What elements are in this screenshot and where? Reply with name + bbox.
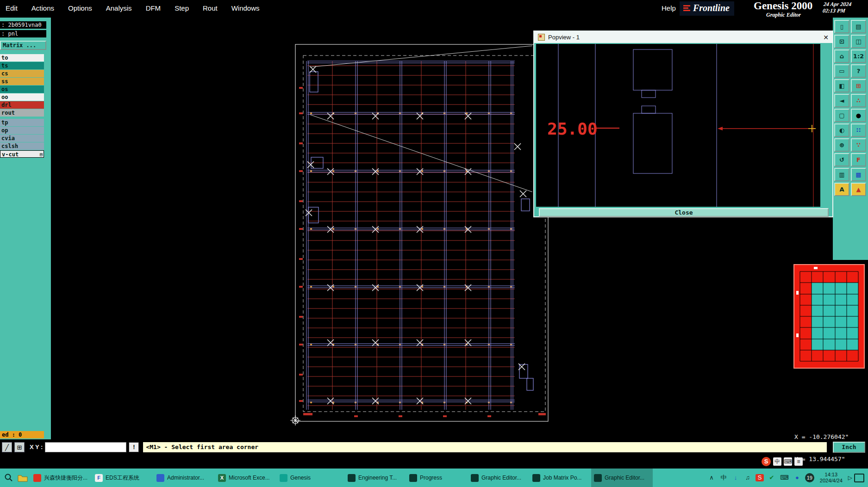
layer-row[interactable]: os [0, 86, 44, 93]
taskbar-item[interactable]: Progress [406, 469, 468, 487]
layer-row[interactable]: drl [0, 101, 44, 109]
action-center-icon[interactable] [854, 474, 864, 482]
menu-item[interactable]: Edit [6, 4, 18, 12]
taskbar-item[interactable]: 兴森快捷衡阳分... [31, 469, 92, 487]
toolbar-icon[interactable]: 1:2 [851, 49, 866, 63]
tray-icon[interactable]: ♫ [743, 474, 752, 481]
layer-row[interactable]: cslsh [0, 142, 44, 150]
toolbar-icon[interactable]: ▤ [851, 20, 866, 33]
menu-item[interactable]: Options [68, 4, 92, 12]
toolbar-icon[interactable]: ⊡ [834, 35, 849, 48]
taskbar-item[interactable]: Engineering T... [345, 469, 406, 487]
xy-input[interactable] [45, 442, 126, 452]
taskbar-item[interactable]: F EDS工程系统 [92, 469, 154, 487]
tray-icon[interactable]: ↓ [731, 474, 740, 481]
layer-row[interactable]: cs [0, 70, 44, 77]
taskbar-item-icon [33, 474, 41, 482]
close-icon[interactable]: ✕ [823, 34, 829, 41]
toolbar-icon[interactable]: ⌂ [834, 49, 849, 63]
tray-icon[interactable]: 中 [719, 474, 728, 481]
taskbar-item[interactable]: X Microsoft Exce... [215, 469, 277, 487]
menu-item[interactable]: Analysis [106, 4, 132, 12]
grid-mode-icon[interactable]: ⊞ [14, 442, 25, 452]
folder-icon[interactable] [17, 472, 29, 484]
toolbar-icon[interactable]: ∴ [851, 94, 866, 107]
frontline-brand-name: Frontline [693, 3, 730, 13]
tray-icon[interactable]: ● [793, 474, 801, 481]
taskbar-item-icon: X [218, 474, 226, 482]
layer-row[interactable]: to [0, 54, 44, 62]
right-toolbar: ▯ ▤ ⊡ ◫ ⌂ 1:2 ▭ ? ◧ ⊞ ◄ ∴ ▢ ● ◐ ∷ ⊕ ∵ ↺ … [833, 18, 868, 260]
clock[interactable]: 14:13 2024/4/24 [820, 472, 843, 484]
popview-close-button[interactable]: Close [539, 208, 829, 217]
taskbar-item-list: 兴森快捷衡阳分... F EDS工程系统 Administrator... X … [31, 469, 653, 487]
layer-row[interactable]: oo [0, 93, 44, 101]
popview-drawing: 25.00 [536, 44, 820, 207]
layer-row[interactable]: v-cut [0, 150, 44, 158]
toolbar-icon[interactable]: ▢ [834, 109, 849, 122]
toolbar-icon[interactable]: F [851, 153, 866, 166]
popview-titlebar[interactable]: Popview - 1 ✕ [534, 31, 832, 43]
units-button[interactable]: Inch [833, 442, 865, 453]
show-desktop-icon[interactable]: ▷ [848, 475, 852, 481]
layer-row[interactable]: cvia [0, 135, 44, 142]
toolbar-icon[interactable]: ◄ [834, 94, 849, 107]
menu-item[interactable]: DFM [146, 4, 161, 12]
notification-badge[interactable]: 19 [805, 473, 814, 482]
menu-item[interactable]: Windows [231, 4, 260, 12]
layer-row[interactable]: op [0, 127, 44, 134]
menu-item[interactable]: Actions [31, 4, 54, 12]
taskbar-item-label: Progress [420, 475, 442, 481]
alert-button[interactable]: ! [129, 442, 139, 452]
sogou-logo-icon[interactable]: S [762, 457, 771, 466]
toolbar-icon[interactable]: A [834, 183, 849, 196]
clock-time: 14:13 [820, 472, 843, 478]
app-title: Genesis 2000 [754, 0, 812, 12]
toolbar-icon[interactable]: ? [851, 64, 866, 78]
layer-row[interactable]: rout [0, 109, 44, 117]
taskbar-item-label: 兴森快捷衡阳分... [44, 474, 87, 482]
overview-thumbnail[interactable] [793, 264, 865, 369]
toolbar-icon[interactable]: ↺ [834, 153, 849, 166]
layer-row[interactable]: ss [0, 78, 44, 85]
menu-item[interactable]: Step [175, 4, 189, 12]
taskbar-item[interactable]: Graphic Editor... [591, 469, 653, 487]
toolbar-icon[interactable]: ⊕ [834, 138, 849, 152]
tray-icon[interactable]: S [756, 474, 764, 481]
taskbar-item-icon [532, 474, 540, 482]
toolbar-icon[interactable]: ◫ [851, 35, 866, 48]
taskbar-item[interactable]: Administrator... [154, 469, 215, 487]
ime-icon[interactable]: ⌨ [784, 457, 792, 466]
toolbar-icon[interactable]: ▭ [834, 64, 849, 78]
menu-time: 02:13 PM [822, 7, 851, 14]
toolbar-icon[interactable]: ▩ [851, 168, 866, 181]
taskbar-item[interactable]: Graphic Editor... [468, 469, 530, 487]
toolbar-icon[interactable]: ◐ [834, 123, 849, 137]
tray-icon[interactable]: ✔ [768, 474, 776, 481]
layer-row[interactable]: ts [0, 62, 44, 69]
taskbar-item-label: Graphic Editor... [481, 475, 521, 481]
toolbar-icon[interactable]: ▯ [834, 20, 849, 33]
menu-item[interactable]: Rout [203, 4, 218, 12]
tray-icon[interactable]: ⌨ [780, 474, 789, 481]
taskbar-item[interactable]: Job Matrix Po... [530, 469, 591, 487]
toolbar-icon[interactable]: ⊞ [851, 79, 866, 92]
search-icon[interactable] [3, 472, 15, 484]
toolbar-icon[interactable]: ● [851, 109, 866, 122]
layer-row[interactable]: tp [0, 119, 44, 126]
toolbar-icon[interactable]: ▲ [851, 183, 866, 196]
tray-icon[interactable]: ∧ [707, 474, 716, 481]
ime-icon[interactable]: ≡ [794, 457, 803, 466]
taskbar-item[interactable]: Genesis [277, 469, 338, 487]
select-mode-icon[interactable]: ╱ [2, 442, 12, 452]
job-name: : 2b0591vna0 [0, 21, 46, 29]
toolbar-icon[interactable]: ∵ [851, 138, 866, 152]
screen: { "menu_bar": { "items": ["Edit", "Actio… [0, 0, 868, 487]
matrix-button[interactable]: Matrix ... [0, 41, 46, 50]
toolbar-icon[interactable]: ∷ [851, 123, 866, 137]
toolbar-icon[interactable]: ▥ [834, 168, 849, 181]
toolbar-icon[interactable]: ◧ [834, 79, 849, 92]
ime-icon[interactable]: 中 [773, 457, 781, 466]
menu-help[interactable]: Help [662, 4, 676, 12]
popview-canvas[interactable]: 25.00 [536, 44, 820, 207]
